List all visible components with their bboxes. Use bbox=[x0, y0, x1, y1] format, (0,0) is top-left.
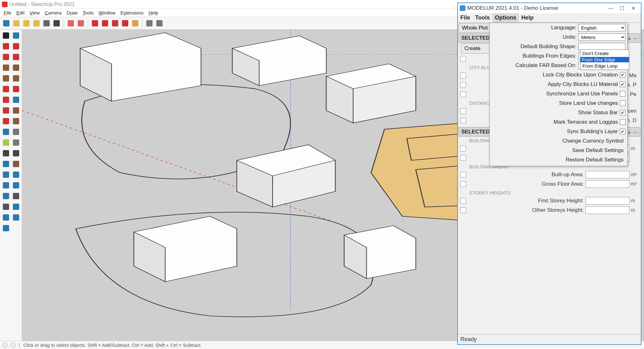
checkbox[interactable] bbox=[460, 181, 466, 187]
restore-defaults-link[interactable]: Restore Default Settings bbox=[491, 157, 625, 163]
menu-extensions[interactable]: Extensions bbox=[118, 9, 146, 16]
panel-minimize-button[interactable]: — bbox=[605, 4, 616, 12]
tool-icon[interactable] bbox=[11, 63, 21, 72]
tool-icon[interactable] bbox=[42, 19, 51, 28]
tool-icon[interactable] bbox=[11, 159, 21, 169]
statusbar-checkbox[interactable]: ✔ bbox=[620, 110, 625, 115]
menu-view[interactable]: View bbox=[27, 9, 42, 16]
edges-option-selected[interactable]: From One Edge bbox=[580, 57, 629, 62]
checkbox[interactable] bbox=[460, 56, 466, 62]
tool-icon[interactable] bbox=[2, 19, 11, 28]
tool-icon[interactable] bbox=[11, 95, 21, 104]
panel-menu-options[interactable]: Options bbox=[492, 13, 519, 22]
tool-icon[interactable] bbox=[1, 116, 11, 126]
tool-icon[interactable] bbox=[91, 19, 99, 28]
info-icon[interactable]: ! bbox=[11, 343, 16, 348]
lock-checkbox[interactable]: ✔ bbox=[620, 72, 625, 78]
store-checkbox[interactable] bbox=[620, 100, 625, 106]
checkbox[interactable] bbox=[460, 82, 466, 88]
tool-icon[interactable] bbox=[11, 52, 21, 62]
collapse-icon[interactable]: ▲ bbox=[627, 36, 631, 41]
lumat-checkbox[interactable]: ✔ bbox=[620, 82, 625, 87]
first-storey-input[interactable] bbox=[586, 197, 630, 205]
tool-icon[interactable] bbox=[11, 202, 21, 211]
tool-icon[interactable] bbox=[11, 116, 21, 126]
tool-icon[interactable] bbox=[155, 19, 164, 28]
units-select[interactable]: Meters bbox=[578, 33, 625, 41]
tool-icon[interactable] bbox=[111, 19, 119, 28]
checkbox[interactable] bbox=[460, 118, 466, 123]
user-icon[interactable]: ⍥ bbox=[3, 343, 8, 348]
tool-icon[interactable] bbox=[1, 106, 11, 115]
tool-icon[interactable] bbox=[52, 19, 61, 28]
checkbox[interactable] bbox=[460, 207, 466, 213]
language-select[interactable]: English bbox=[578, 24, 625, 31]
menu-file[interactable]: File bbox=[1, 9, 14, 16]
gross-floor-area-input[interactable] bbox=[586, 180, 630, 188]
tool-icon[interactable] bbox=[32, 19, 41, 28]
tool-icon[interactable] bbox=[1, 127, 11, 137]
checkbox[interactable] bbox=[460, 108, 466, 114]
tool-icon[interactable] bbox=[22, 19, 31, 28]
checkbox[interactable] bbox=[460, 92, 466, 97]
tool-icon[interactable] bbox=[1, 42, 11, 51]
checkbox[interactable] bbox=[460, 198, 466, 204]
tool-icon[interactable] bbox=[1, 63, 11, 72]
tool-icon[interactable] bbox=[66, 19, 75, 28]
tool-icon[interactable] bbox=[1, 84, 11, 94]
menu-camera[interactable]: Camera bbox=[42, 9, 64, 16]
menu-edit[interactable]: Edit bbox=[14, 9, 27, 16]
panel-menu-tools[interactable]: Tools bbox=[473, 13, 492, 22]
tool-icon[interactable] bbox=[1, 52, 11, 62]
tool-icon[interactable] bbox=[11, 84, 21, 94]
tool-icon[interactable] bbox=[145, 19, 154, 28]
tool-icon[interactable] bbox=[1, 159, 11, 169]
sync-checkbox[interactable] bbox=[620, 91, 625, 97]
menu-window[interactable]: Window bbox=[96, 9, 118, 16]
menu-draw[interactable]: Draw bbox=[64, 9, 80, 16]
tool-icon[interactable] bbox=[11, 138, 21, 147]
checkbox[interactable] bbox=[460, 73, 466, 78]
tool-icon[interactable] bbox=[11, 127, 21, 137]
tool-icon[interactable] bbox=[1, 138, 11, 147]
checkbox[interactable] bbox=[460, 146, 466, 151]
checkbox[interactable] bbox=[460, 172, 466, 177]
tool-icon[interactable] bbox=[11, 213, 21, 222]
tool-icon[interactable] bbox=[1, 202, 11, 211]
save-defaults-link[interactable]: Save Default Settings bbox=[491, 147, 625, 154]
terraces-checkbox[interactable] bbox=[620, 119, 625, 125]
tool-icon[interactable] bbox=[11, 191, 21, 201]
tool-icon[interactable] bbox=[11, 170, 21, 179]
panel-close-button[interactable]: ✕ bbox=[628, 4, 639, 12]
tool-icon[interactable] bbox=[1, 223, 11, 233]
tool-icon[interactable] bbox=[11, 181, 21, 190]
tool-icon[interactable] bbox=[1, 95, 11, 104]
tool-icon[interactable] bbox=[11, 74, 21, 83]
panel-menu-file[interactable]: File bbox=[458, 13, 473, 22]
tool-icon[interactable] bbox=[12, 19, 21, 28]
change-currency-link[interactable]: Change Currency Symbol bbox=[491, 138, 625, 144]
tool-icon[interactable] bbox=[1, 170, 11, 179]
tool-icon[interactable] bbox=[131, 19, 140, 28]
checkbox[interactable] bbox=[460, 155, 466, 161]
select-tool-icon[interactable] bbox=[1, 31, 11, 40]
tool-icon[interactable] bbox=[1, 191, 11, 201]
edges-option[interactable]: Don't Create bbox=[580, 50, 629, 57]
tool-icon[interactable] bbox=[11, 106, 21, 115]
tool-icon[interactable] bbox=[11, 42, 21, 51]
tool-icon[interactable] bbox=[11, 149, 21, 158]
tab-whole-plot[interactable]: Whole Plot bbox=[458, 23, 491, 33]
tool-icon[interactable] bbox=[76, 19, 85, 28]
panel-menu-help[interactable]: Help bbox=[519, 13, 536, 22]
other-storeys-input[interactable] bbox=[586, 206, 630, 214]
menu-tools[interactable]: Tools bbox=[80, 9, 96, 16]
tool-icon[interactable] bbox=[101, 19, 109, 28]
tool-icon[interactable] bbox=[1, 74, 11, 83]
tool-icon[interactable] bbox=[1, 149, 11, 158]
tool-icon[interactable] bbox=[121, 19, 130, 28]
tool-icon[interactable] bbox=[1, 213, 11, 222]
panel-maximize-button[interactable]: ☐ bbox=[616, 4, 628, 12]
collapse-icon[interactable]: ▲ bbox=[627, 130, 631, 134]
tool-icon[interactable] bbox=[11, 31, 21, 40]
builtup-area-input[interactable] bbox=[586, 171, 630, 178]
